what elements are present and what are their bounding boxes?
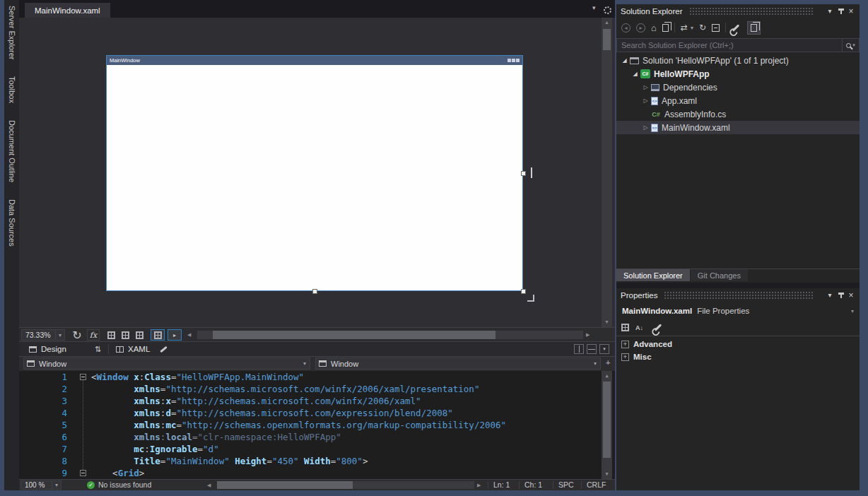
line-indicator[interactable]: Ln: 1 bbox=[493, 480, 510, 489]
forward-icon[interactable]: ▸ bbox=[636, 23, 645, 33]
tree-item-app-xaml[interactable]: ▷App.xaml bbox=[616, 94, 860, 107]
scroll-down-icon[interactable]: ▼ bbox=[602, 317, 612, 327]
tree-item-mainwindow-xaml[interactable]: ▷MainWindow.xaml bbox=[616, 121, 860, 134]
code-line[interactable]: 8 Title="MainWindow" Height="450" Width=… bbox=[19, 455, 615, 467]
show-grid-icon[interactable] bbox=[105, 329, 117, 341]
horizontal-split-button[interactable] bbox=[587, 344, 597, 354]
resize-handle-right[interactable] bbox=[521, 171, 526, 176]
drag-handle-dots[interactable] bbox=[664, 291, 814, 299]
swap-panes-icon[interactable]: ⇅ bbox=[95, 345, 101, 354]
designer-vertical-scrollbar[interactable]: ▲ ▼ bbox=[602, 18, 612, 327]
show-annotations-icon[interactable] bbox=[134, 329, 145, 341]
editor-vertical-scrollbar[interactable]: ▲ ▼ bbox=[602, 371, 612, 479]
code-line[interactable]: 6 xmlns:local="clr-namespace:HelloWPFApp… bbox=[19, 431, 615, 443]
resize-handle-corner[interactable] bbox=[521, 289, 526, 294]
side-tab-toolbox[interactable]: Toolbox bbox=[8, 73, 16, 106]
pin-icon[interactable] bbox=[840, 8, 842, 14]
expander-closed-icon[interactable]: ▷ bbox=[640, 98, 651, 104]
code-line[interactable]: 1<Window x:Class="HelloWPFApp.MainWindow… bbox=[19, 371, 615, 383]
zoom-fit-icon[interactable]: ↻ bbox=[71, 329, 83, 341]
design-view-tab[interactable]: Design bbox=[41, 345, 66, 353]
expander-open-icon[interactable]: ◢ bbox=[619, 57, 630, 64]
code-line[interactable]: 3 xmlns:x="http://schemas.microsoft.com/… bbox=[19, 395, 615, 407]
column-indicator[interactable]: Ch: 1 bbox=[524, 480, 542, 489]
editor-scroll-left-icon[interactable]: ◀ bbox=[207, 483, 211, 488]
code-line[interactable]: 4 xmlns:d="http://schemas.microsoft.com/… bbox=[19, 407, 615, 419]
editor-hscrollbar-thumb[interactable] bbox=[217, 481, 353, 489]
code-line[interactable]: 5 xmlns:mc="http://schemas.openxmlformat… bbox=[19, 419, 615, 431]
property-group-advanced[interactable]: +Advanced bbox=[616, 338, 860, 350]
tree-item-solution-hellowpfapp-1-of-1-project[interactable]: ◢Solution 'HelloWPFApp' (1 of 1 project) bbox=[616, 54, 860, 67]
editor-scroll-right-icon[interactable]: ▶ bbox=[477, 483, 481, 488]
window-position-chevron-icon[interactable]: ▾ bbox=[826, 291, 834, 299]
pin-icon[interactable] bbox=[840, 293, 842, 298]
xaml-view-tab[interactable]: XAML bbox=[128, 345, 150, 353]
sync-options-chevron-icon[interactable]: ▾ bbox=[691, 25, 693, 31]
panel-tab-git-changes[interactable]: Git Changes bbox=[691, 269, 748, 281]
edit-xaml-pencil-icon[interactable] bbox=[160, 346, 168, 352]
editor-scrollbar-thumb[interactable] bbox=[603, 382, 611, 458]
document-health-icon[interactable]: ✓ bbox=[87, 481, 95, 489]
spaces-indicator[interactable]: SPC bbox=[558, 480, 574, 489]
code-line[interactable]: 7 mc:Ignorable="d" bbox=[19, 443, 615, 455]
snapping-gridlines-toggle[interactable] bbox=[151, 329, 165, 341]
snap-to-grid-icon[interactable] bbox=[119, 329, 131, 341]
breadcrumb-chevron-icon[interactable]: ▾ bbox=[594, 360, 597, 367]
project-code-toggle[interactable]: ▸ bbox=[168, 329, 182, 341]
editor-zoom-combo[interactable]: 100 % ▾ bbox=[20, 480, 61, 490]
expand-group-icon[interactable]: + bbox=[621, 341, 629, 348]
vertical-split-button[interactable] bbox=[574, 344, 584, 354]
property-group-misc[interactable]: +Misc bbox=[616, 350, 860, 363]
properties-object-row[interactable]: MainWindow.xaml File Properties ▾ bbox=[616, 304, 860, 318]
collapse-pane-button[interactable]: ▾ bbox=[599, 344, 609, 354]
alphabetical-sort-icon[interactable]: A↓ bbox=[635, 324, 643, 331]
designer-horizontal-scrollbar[interactable] bbox=[197, 331, 583, 339]
expander-closed-icon[interactable]: ▷ bbox=[640, 124, 651, 131]
close-icon[interactable]: × bbox=[847, 6, 855, 16]
editor-horizontal-scrollbar[interactable] bbox=[217, 481, 474, 489]
window-position-chevron-icon[interactable]: ▾ bbox=[826, 7, 834, 15]
breadcrumb-chevron-icon[interactable]: ▾ bbox=[303, 360, 306, 367]
close-icon[interactable]: × bbox=[847, 290, 855, 300]
design-preview-window[interactable]: MainWindow bbox=[106, 55, 523, 291]
grid-resize-adorner[interactable] bbox=[527, 295, 534, 302]
tab-list-chevron-icon[interactable]: ▾ bbox=[592, 4, 596, 11]
property-pages-wrench-icon[interactable] bbox=[654, 326, 662, 329]
zoom-level-combo[interactable]: 73.33% ▾ bbox=[21, 329, 65, 341]
expand-group-icon[interactable]: + bbox=[621, 353, 629, 361]
splitter-grip-icon[interactable]: + bbox=[606, 358, 610, 367]
panel-tab-solution-explorer[interactable]: Solution Explorer bbox=[616, 269, 690, 281]
scroll-down-icon[interactable]: ▼ bbox=[602, 469, 612, 479]
search-input[interactable] bbox=[616, 38, 843, 52]
designer-hscrollbar-thumb[interactable] bbox=[213, 331, 495, 339]
xaml-designer-surface[interactable]: MainWindow ▲ ▼ bbox=[19, 18, 615, 327]
editor-options-gear-icon[interactable] bbox=[604, 4, 611, 17]
drag-handle-dots[interactable] bbox=[689, 7, 814, 15]
panel-splitter[interactable] bbox=[616, 283, 860, 288]
resize-handle-bottom[interactable] bbox=[312, 289, 317, 294]
designer-scroll-right-icon[interactable]: ▶ bbox=[586, 332, 590, 338]
properties-wrench-icon[interactable] bbox=[732, 27, 740, 29]
tree-item-hellowpfapp[interactable]: ◢C#HelloWPFApp bbox=[616, 67, 860, 81]
show-all-files-button[interactable] bbox=[747, 21, 761, 35]
code-line[interactable]: 2 xmlns="http://schemas.microsoft.com/wi… bbox=[19, 383, 615, 395]
code-line[interactable]: 9 <Grid> bbox=[19, 467, 615, 479]
switch-views-icon[interactable] bbox=[662, 24, 669, 32]
collapse-all-icon[interactable] bbox=[712, 24, 720, 32]
side-tab-data-sources[interactable]: Data Sources bbox=[8, 196, 16, 249]
line-ending-indicator[interactable]: CRLF bbox=[587, 480, 606, 489]
expander-closed-icon[interactable]: ▷ bbox=[640, 84, 651, 90]
back-icon[interactable]: ◂ bbox=[621, 23, 631, 33]
fold-collapse-icon[interactable] bbox=[80, 470, 86, 476]
fold-collapse-icon[interactable] bbox=[80, 374, 86, 380]
home-icon[interactable]: ⌂ bbox=[651, 23, 657, 33]
scroll-up-icon[interactable]: ▲ bbox=[602, 371, 612, 381]
categorized-view-icon[interactable] bbox=[621, 324, 629, 331]
search-button[interactable]: ▾ bbox=[843, 38, 860, 52]
object-selector-chevron-icon[interactable]: ▾ bbox=[851, 308, 854, 314]
effects-toggle-button[interactable]: fx bbox=[87, 329, 100, 341]
xaml-breadcrumb[interactable]: Window ▾ bbox=[315, 358, 601, 370]
xaml-code-editor[interactable]: 1<Window x:Class="HelloWPFApp.MainWindow… bbox=[19, 371, 615, 479]
scroll-up-icon[interactable]: ▲ bbox=[602, 18, 612, 28]
side-tab-document-outline[interactable]: Document Outline bbox=[8, 117, 16, 185]
